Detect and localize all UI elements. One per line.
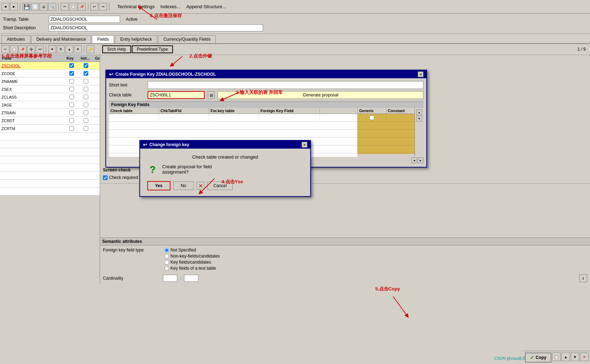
tab-attributes[interactable]: Attributes [1,35,30,43]
forward-btn[interactable]: ► [10,3,18,11]
key-checkbox-zcrdt[interactable] [69,118,74,123]
cardinality-from-input[interactable] [163,275,177,282]
cut-field-btn[interactable]: ✂ [1,45,9,53]
paste-field-btn[interactable]: 📌 [19,45,26,53]
new-btn[interactable]: 📄 [31,3,39,11]
status-text: Active [126,17,138,22]
init-checkbox-zcode[interactable] [84,71,88,76]
scroll-right-btn[interactable]: ► [418,158,423,163]
move-down-btn[interactable]: ▼ [74,45,82,53]
scroll-down-btn[interactable]: ▼ [416,116,422,121]
bottom-copy-btn[interactable]: ✓ Copy [525,353,551,363]
scroll-up-btn[interactable]: ▲ [416,109,422,115]
check-table-browse-btn[interactable]: ▤ [208,91,215,99]
redo-btn[interactable]: ↪ [99,3,107,11]
indexes-menu[interactable]: Indexes... [160,4,180,9]
transp-table-input[interactable] [49,16,120,23]
table-row[interactable]: ZCODE [0,70,100,78]
paste-btn[interactable]: 📌 [78,3,86,11]
cancel-btn[interactable]: Cancel [207,181,233,190]
radio-not-specified-input[interactable] [164,248,169,253]
short-text-input[interactable] [148,81,423,89]
yes-btn[interactable]: Yes [147,181,170,190]
init-checkbox-zcrdt[interactable] [84,118,88,123]
gc-panel: Generic Constant [357,108,415,157]
table-row[interactable]: ZCRTM [0,125,100,133]
bottom-btn-close[interactable]: ✕ [580,353,589,361]
tab-fields[interactable]: Fields [92,35,114,43]
cardinality-to-input[interactable] [184,275,198,282]
back-btn[interactable]: ◄ [1,3,9,11]
fk-dialog-close-btn[interactable]: ✕ [418,71,423,77]
tab-delivery[interactable]: Delivery and Maintenance [31,35,91,43]
check-required-checkbox[interactable] [103,175,108,180]
table-row[interactable]: ZNAAME [0,78,100,85]
cut-btn[interactable]: ✂ [61,3,69,11]
sort-btn[interactable]: ⇅ [57,45,65,53]
field-table-body: ZSCHOOL ZCODE ZNAAME [0,62,100,195]
table-row[interactable]: ZAGE [0,101,100,109]
scroll-left-btn[interactable]: ◄ [411,158,417,163]
save-btn[interactable]: 💾 [23,3,30,11]
key-checkbox-zschool[interactable] [69,63,74,68]
radio-key-text-table-input[interactable] [164,266,169,271]
move-up-btn[interactable]: ▲ [65,45,73,53]
info-btn[interactable]: i [579,274,587,282]
key-checkbox-ztrain[interactable] [69,110,74,115]
key-checkbox-zcrtm[interactable] [69,126,74,131]
gen-proposal-btn[interactable]: Generate proposal [218,91,423,99]
append-row-btn[interactable]: ➕ [27,45,35,53]
sem-attrs-body: Foreign key field type Not Specified Non… [100,245,590,273]
print-btn[interactable]: 🖨 [40,3,48,11]
generic-checkbox[interactable] [370,115,374,120]
radio-not-specified[interactable]: Not Specified [164,248,220,253]
radio-key-fields[interactable]: Key fields/candidates [164,260,220,265]
empty-row [0,140,100,148]
init-checkbox-znaame[interactable] [84,79,88,84]
check-table-input[interactable] [148,91,205,99]
table-row[interactable]: ZCRDT [0,117,100,125]
radio-key-text-table[interactable]: Key fields of a text table [164,266,220,271]
init-checkbox-zage[interactable] [84,103,88,107]
key-checkbox-zcode[interactable] [69,71,74,76]
find-btn[interactable]: 🔍 [48,3,56,11]
cancel-icon: ✕ [197,182,204,190]
technical-settings-menu[interactable]: Technical Settings [117,4,155,9]
srch-help-btn[interactable]: Srch Help [102,45,131,53]
init-checkbox-zsex[interactable] [84,87,88,91]
copy-tool-btn[interactable]: 📋 [69,3,77,11]
fk-empty-row [109,122,357,130]
tab-entry-help[interactable]: Entry help/check [115,35,157,43]
radio-non-key-input[interactable] [164,254,169,259]
table-row[interactable]: ZTRAIN [0,109,100,117]
init-checkbox-zclass[interactable] [84,95,88,99]
key-checkbox-zsex[interactable] [69,87,74,91]
radio-key-fields-input[interactable] [164,260,169,265]
table-row[interactable]: ZCLASS [0,93,100,101]
bottom-btn-up[interactable]: ▲ [561,353,570,361]
key-checkbox-zclass[interactable] [69,95,74,99]
predefined-type-btn[interactable]: Predefined Type [132,45,173,53]
init-checkbox-zcrtm[interactable] [84,126,88,131]
init-checkbox-ztrain[interactable] [84,110,88,115]
init-checkbox-zschool[interactable] [84,63,88,68]
bottom-btn-1[interactable]: 📋 [552,353,561,361]
bottom-btn-down[interactable]: ▼ [571,353,579,361]
key-checkbox-znaame[interactable] [69,79,74,84]
key-btn[interactable]: 🔑 [86,45,94,53]
table-row[interactable]: ZSEX [0,85,100,93]
no-btn[interactable]: No [173,181,194,190]
undo-btn[interactable]: ↩ [90,3,98,11]
page-indicator: 1 / 9 [575,46,589,53]
short-desc-input[interactable] [49,24,263,31]
change-fk-close-btn[interactable]: ✕ [302,142,307,148]
delete-row-btn[interactable]: ➖ [36,45,44,53]
filter-btn[interactable]: ▼ [48,45,56,53]
key-checkbox-zage[interactable] [69,103,74,107]
append-structure-menu[interactable]: Append Structure... [186,4,226,9]
table-row[interactable]: ZSCHOOL [0,62,100,70]
tab-currency[interactable]: Currency/Quantity Fields [158,35,216,43]
radio-non-key[interactable]: Non-key-fields/candidates [164,254,220,259]
copy-field-btn[interactable]: 📋 [10,45,18,53]
gc-row [358,114,415,122]
